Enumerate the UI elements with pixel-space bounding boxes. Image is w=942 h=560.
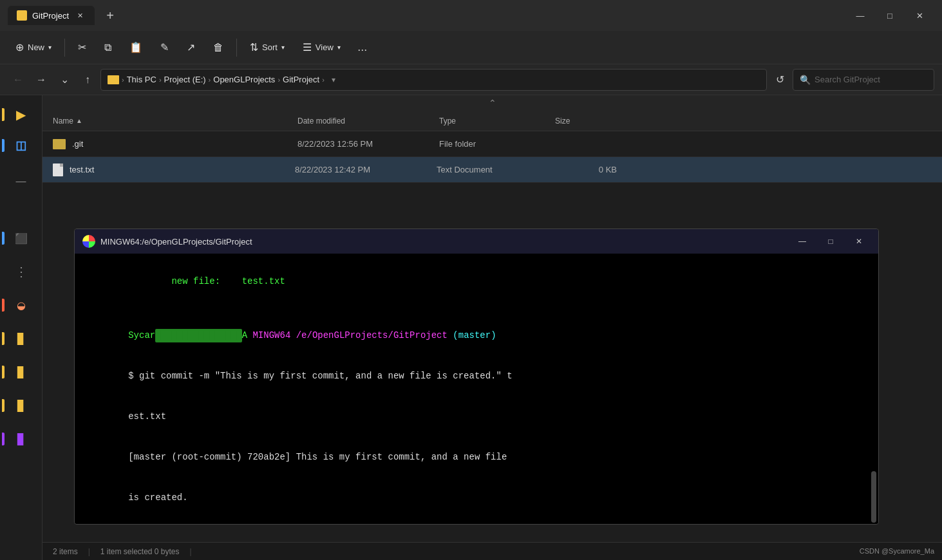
sidebar-icon-4: ⬛	[15, 232, 28, 245]
more-options-button[interactable]: ...	[351, 36, 374, 59]
address-dropdown[interactable]: ▾	[327, 73, 340, 86]
search-icon: 🔍	[800, 75, 811, 85]
addr-gitproject: GitProject	[283, 75, 319, 84]
delete-button[interactable]: 🗑	[205, 38, 231, 57]
col-date-header[interactable]: Date modified	[297, 117, 439, 126]
refresh-button[interactable]: ↺	[769, 70, 790, 90]
toolbar-sep-1	[64, 39, 65, 57]
file-type-git: File folder	[439, 139, 555, 149]
file-date-testtxt: 8/22/2023 12:42 PM	[295, 165, 437, 174]
sidebar-indicator-4	[2, 232, 5, 245]
cut-icon: ✂	[78, 41, 86, 53]
sort-asc-icon: ▲	[76, 117, 82, 124]
view-icon: ☰	[303, 41, 312, 53]
title-bar: GitProject ✕ + — □ ✕	[0, 0, 942, 31]
sidebar-item-9[interactable]: ▊	[7, 391, 35, 420]
tab-title: GitProject	[32, 11, 69, 21]
terminal-close-button[interactable]: ✕	[847, 233, 871, 250]
sidebar-icon-8: ▊	[17, 366, 25, 378]
file-row-testtxt[interactable]: test.txt 8/22/2023 12:42 PM Text Documen…	[42, 157, 942, 183]
new-dropdown-icon: ▾	[48, 44, 52, 51]
recent-button[interactable]: ⌄	[54, 70, 75, 90]
file-name-git: .git	[72, 139, 297, 149]
rename-button[interactable]: ✎	[153, 37, 176, 57]
sort-dropdown-icon: ▾	[281, 44, 285, 51]
sidebar-indicator-1	[2, 108, 5, 121]
sort-button[interactable]: ⇅ Sort ▾	[242, 37, 292, 57]
sidebar-icon-6: ◒	[17, 299, 26, 312]
col-size-header[interactable]: Size	[555, 117, 619, 126]
minimize-button[interactable]: —	[845, 5, 875, 26]
search-box[interactable]: 🔍 Search GitProject	[793, 69, 934, 91]
sidebar-item-10[interactable]: ▊	[7, 425, 35, 453]
selection-info: 1 item selected 0 bytes	[100, 547, 180, 556]
file-type-testtxt: Text Document	[437, 165, 552, 174]
new-icon: ⊕	[15, 41, 24, 53]
sidebar-item-3[interactable]: —	[7, 167, 35, 196]
sidebar-item-6[interactable]: ◒	[7, 291, 35, 319]
term-line-out1: [master (root-commit) 720ab2e] This is m…	[85, 437, 868, 478]
addr-project-e: Project (E:)	[164, 75, 206, 84]
term-line-out3: 1 file changed, 0 insertions(+), 0 delet…	[85, 518, 868, 524]
sidebar-item-4[interactable]: ⬛	[7, 224, 35, 252]
terminal-logo-icon	[82, 235, 95, 248]
status-bar: 2 items | 1 item selected 0 bytes |	[42, 542, 942, 560]
address-bar-row: ← → ⌄ ↑ › This PC › Project (E:) › OpenG…	[0, 64, 942, 95]
toolbar-sep-2	[236, 39, 237, 57]
add-tab-button[interactable]: +	[100, 5, 120, 26]
term-line-out2: is created.	[85, 478, 868, 518]
address-bar[interactable]: › This PC › Project (E:) › OpenGLProject…	[100, 69, 767, 91]
sidebar-icon-1: ▶	[16, 107, 26, 122]
search-placeholder: Search GitProject	[815, 75, 880, 84]
rename-icon: ✎	[160, 41, 169, 53]
tab-close-button[interactable]: ✕	[74, 10, 86, 21]
terminal-title-text: MINGW64:/e/OpenGLProjects/GitProject	[100, 237, 786, 247]
col-type-header[interactable]: Type	[439, 117, 555, 126]
close-button[interactable]: ✕	[905, 5, 934, 26]
back-button[interactable]: ←	[8, 70, 28, 90]
new-button[interactable]: ⊕ New ▾	[8, 37, 59, 57]
file-row-git[interactable]: .git 8/22/2023 12:56 PM File folder	[42, 131, 942, 157]
sidebar-indicator-7	[2, 332, 5, 345]
sidebar-item-5[interactable]: ⋮	[7, 257, 35, 286]
sidebar-icon-10: ▊	[17, 433, 25, 445]
col-name-header[interactable]: Name ▲	[53, 117, 297, 126]
sidebar-item-7[interactable]: ▊	[7, 324, 35, 353]
terminal-body[interactable]: new file: test.txt Sycar████████████████…	[75, 254, 878, 524]
watermark: CSDN @Sycamore_Ma	[860, 547, 934, 555]
sidebar-icon-3: —	[16, 176, 26, 187]
cut-button[interactable]: ✂	[70, 37, 94, 57]
forward-button[interactable]: →	[31, 70, 52, 90]
address-folder-icon	[108, 75, 119, 84]
addr-this-pc: This PC	[127, 75, 156, 84]
sidebar-icon-9: ▊	[17, 400, 25, 412]
copy-button[interactable]: ⧉	[97, 38, 119, 57]
maximize-button[interactable]: □	[875, 5, 905, 26]
title-tab[interactable]: GitProject ✕	[8, 6, 95, 25]
term-line-command-cont: est.txt	[85, 397, 868, 437]
item-count: 2 items	[53, 547, 78, 556]
window-controls: — □ ✕	[845, 5, 934, 26]
sidebar-icon-7: ▊	[17, 333, 25, 345]
column-headers: Name ▲ Date modified Type Size	[42, 111, 942, 131]
terminal-minimize-button[interactable]: —	[791, 233, 814, 250]
file-name-testtxt: test.txt	[70, 165, 295, 174]
sidebar-indicator-2	[2, 139, 5, 152]
sidebar-item-8[interactable]: ▊	[7, 358, 35, 386]
paste-button[interactable]: 📋	[122, 37, 150, 57]
sidebar: ▶ ◫ — ⬛ ⋮ ◒ ▊	[0, 95, 42, 560]
term-line-command: $ git commit -m "This is my first commit…	[85, 356, 868, 397]
up-button[interactable]: ↑	[77, 70, 98, 90]
terminal-maximize-button[interactable]: □	[819, 233, 842, 250]
view-button[interactable]: ☰ View ▾	[295, 37, 348, 57]
share-icon: ↗	[187, 41, 195, 53]
terminal-title-bar: MINGW64:/e/OpenGLProjects/GitProject — □…	[75, 229, 878, 254]
share-button[interactable]: ↗	[179, 37, 203, 57]
sidebar-item-1[interactable]: ▶	[7, 100, 35, 129]
scrollbar-thumb[interactable]	[871, 471, 876, 523]
column-collapse[interactable]: ⌃	[42, 95, 942, 111]
sidebar-item-2[interactable]: ◫	[7, 131, 35, 160]
sidebar-icon-5: ⋮	[15, 264, 28, 279]
terminal-scrollbar[interactable]	[871, 254, 877, 523]
delete-icon: 🗑	[213, 42, 223, 53]
